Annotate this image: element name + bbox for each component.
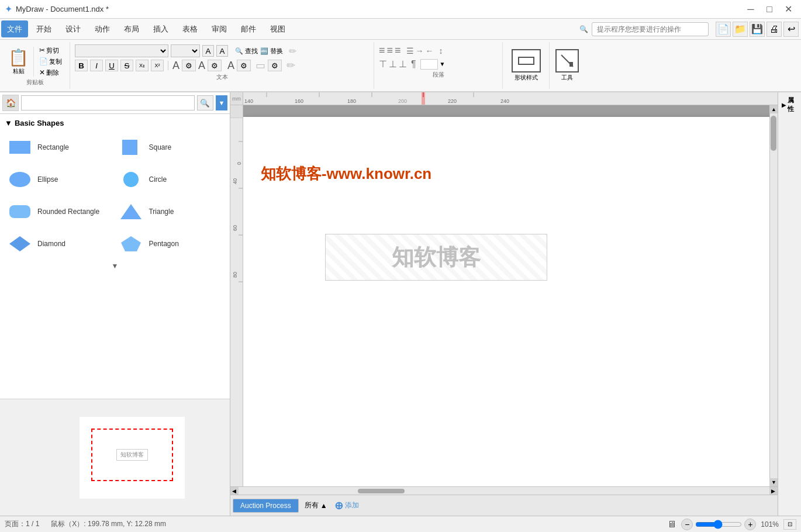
align-right[interactable]: ≡ (395, 44, 401, 57)
svg-text:180: 180 (347, 98, 356, 104)
outdent-button[interactable]: ← (426, 46, 434, 56)
minimize-button[interactable]: ─ (743, 4, 759, 15)
menu-item-action[interactable]: 动作 (88, 19, 117, 39)
zoom-in-button[interactable]: + (744, 519, 756, 530)
strikethrough-button[interactable]: S (120, 60, 133, 71)
subscript-button[interactable]: X₂ (136, 60, 149, 71)
align-left[interactable]: ≡ (379, 44, 385, 57)
zoom-out-button[interactable]: − (681, 519, 693, 530)
scroll-down-button[interactable]: ▼ (769, 478, 778, 486)
shape-item-rounded-rectangle[interactable]: Rounded Rectangle (5, 196, 113, 226)
zoom-slider[interactable] (695, 520, 742, 529)
ribbon-tool-print[interactable]: 🖨 (767, 22, 782, 37)
valign-top[interactable]: ⊤ (379, 58, 387, 70)
font-gear-3[interactable]: ⚙ (237, 60, 251, 71)
pen-button[interactable]: ✏ (286, 59, 295, 72)
font-size-increase[interactable]: A (202, 45, 214, 57)
shape-item-rectangle[interactable]: Rectangle (5, 132, 113, 162)
maximize-button[interactable]: □ (761, 4, 778, 15)
font-color-button[interactable]: A (172, 60, 179, 72)
menu-item-view[interactable]: 视图 (263, 19, 292, 39)
copy-button[interactable]: 📄复制 (37, 57, 64, 67)
scroll-right-button[interactable]: ▶ (769, 487, 778, 495)
font-size-decrease[interactable]: A (216, 45, 228, 57)
shape-item-triangle[interactable]: Triangle (116, 196, 225, 226)
canvas-wrapper[interactable]: 知软博客-www.knowr.cn 知软博客 (243, 105, 769, 486)
menu-item-layout[interactable]: 布局 (117, 19, 146, 39)
shape-item-ellipse[interactable]: Ellipse (5, 164, 113, 194)
menu-item-insert[interactable]: 插入 (146, 19, 175, 39)
menu-item-review[interactable]: 审阅 (205, 19, 234, 39)
tab-auction-process[interactable]: Auction Process (233, 499, 299, 513)
ribbon-tool-save[interactable]: 💾 (750, 22, 765, 37)
color-swatch[interactable] (420, 59, 438, 70)
tools-button[interactable]: 工具 (555, 44, 579, 87)
valign-bot[interactable]: ⊥ (399, 58, 407, 70)
delete-button[interactable]: ✕删除 (37, 68, 64, 78)
h-scroll-thumb[interactable] (358, 489, 405, 493)
shape-search-input[interactable] (21, 95, 195, 110)
line-spacing-button[interactable]: ↕ (439, 46, 443, 56)
menu-item-start[interactable]: 开始 (29, 19, 58, 39)
shape-item-square[interactable]: Square (116, 132, 225, 162)
tab-add[interactable]: ⊕ 添加 (334, 499, 359, 512)
right-panel-expand[interactable]: ▶ (782, 102, 786, 108)
search-icon: 🔍 (579, 25, 588, 33)
collapse-icon: ▼ (5, 119, 12, 127)
fit-page-button[interactable]: ⊡ (783, 519, 796, 530)
panel-home-button[interactable]: 🏠 (2, 95, 19, 111)
paste-button[interactable]: 📋 粘贴 (4, 47, 34, 77)
svg-rect-7 (9, 205, 30, 218)
scroll-down-shapes[interactable]: ▼ (2, 261, 227, 271)
indent-button[interactable]: → (416, 46, 424, 56)
shape-fill-button[interactable]: ▭ (256, 59, 265, 72)
shape-item-pentagon[interactable]: Pentagon (116, 229, 225, 258)
shape-item-circle[interactable]: Circle (116, 164, 225, 194)
view-monitor-icon[interactable]: 🖥 (667, 519, 676, 530)
close-button[interactable]: ✕ (780, 4, 796, 15)
menu-item-design[interactable]: 设计 (58, 19, 88, 39)
scroll-up-button[interactable]: ▲ (769, 105, 778, 113)
search-execute-button[interactable]: 🔍 (197, 95, 213, 110)
menu-item-file[interactable]: 文件 (1, 20, 28, 37)
underline-button[interactable]: U (105, 60, 118, 71)
superscript-button[interactable]: X² (151, 60, 164, 71)
font-size-select[interactable] (171, 44, 200, 57)
menu-item-mail[interactable]: 邮件 (234, 19, 263, 39)
shape-style-button[interactable]: 形状样式 (512, 44, 541, 87)
scroll-left-button[interactable]: ◀ (230, 487, 239, 495)
shapes-header[interactable]: ▼ Basic Shapes (2, 116, 227, 130)
ribbon-tool-1[interactable]: 📄 (716, 22, 731, 37)
divider-1 (168, 61, 168, 70)
shapes-grid: Rectangle Square Ellipse (2, 130, 227, 261)
title-bar: ✦ MyDraw - Document1.ndx * ─ □ ✕ (0, 0, 801, 19)
font-highlight-button[interactable]: A (198, 60, 205, 72)
font-gear-1[interactable]: ⚙ (182, 60, 196, 71)
italic-button[interactable]: I (90, 60, 103, 71)
ribbon-tool-2[interactable]: 📁 (733, 22, 748, 37)
vertical-scrollbar[interactable]: ▲ ▼ (769, 105, 778, 486)
svg-marker-9 (9, 236, 30, 251)
shape-gear[interactable]: ⚙ (268, 60, 282, 71)
font-family-select[interactable] (75, 44, 168, 57)
color-dropdown[interactable]: ▼ (440, 61, 446, 67)
bold-button[interactable]: B (75, 60, 88, 71)
main-canvas[interactable]: 知软博客-www.knowr.cn 知软博客 (243, 117, 769, 486)
paragraph-mark[interactable]: ¶ (411, 59, 416, 70)
font-color-2[interactable]: A (227, 60, 234, 72)
replace-button[interactable]: 🔤 替换 (260, 47, 283, 56)
find-button[interactable]: 🔍 查找 (235, 47, 258, 56)
menu-search-input[interactable] (592, 22, 709, 36)
list-button[interactable]: ☰ (406, 46, 414, 56)
ribbon-shapestyle-group: 形状样式 (503, 42, 550, 89)
cut-button[interactable]: ✂剪切 (37, 46, 64, 56)
menu-item-table[interactable]: 表格 (175, 19, 205, 39)
search-dropdown-button[interactable]: ▼ (216, 95, 227, 110)
font-gear-2[interactable]: ⚙ (208, 60, 222, 71)
valign-mid[interactable]: ⊥ (389, 58, 397, 70)
tab-filter[interactable]: 所有 ▲ (305, 500, 327, 510)
scroll-thumb[interactable] (771, 116, 776, 151)
ribbon-tool-undo[interactable]: ↩ (783, 22, 799, 37)
shape-item-diamond[interactable]: Diamond (5, 229, 113, 258)
align-center[interactable]: ≡ (387, 44, 393, 57)
